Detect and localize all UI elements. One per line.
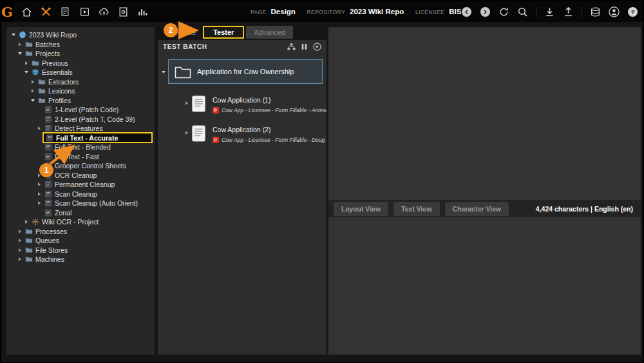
expand-arrow-icon[interactable] — [30, 99, 36, 102]
expand-arrow-icon[interactable] — [36, 192, 43, 196]
forward-icon[interactable] — [480, 6, 491, 17]
expand-arrow-icon[interactable] — [23, 220, 30, 224]
tree-node[interactable]: 1-Level (Patch Code) — [43, 105, 120, 114]
tree-node[interactable]: Wiki OCR - Project — [30, 217, 100, 226]
expand-arrow-icon[interactable] — [184, 131, 190, 135]
tree-node[interactable]: Zonal — [43, 208, 73, 217]
tree-item[interactable]: Full Text - Fast — [6, 152, 155, 162]
test-batch-folder-row[interactable]: Application for Cow Ownership — [160, 59, 323, 84]
tree-node[interactable]: Scan Cleanup (Auto Orient) — [43, 199, 140, 208]
test-batch-document[interactable]: Cow Application (2)Cow App - Licensee - … — [184, 124, 327, 143]
user-icon[interactable] — [609, 6, 620, 17]
tree-node[interactable]: 2-Level (Patch T, Code 39) — [43, 115, 137, 124]
layers-icon[interactable] — [590, 6, 601, 17]
tree-item[interactable]: Grooper Control Sheets — [6, 161, 155, 171]
expand-arrow-icon[interactable] — [36, 173, 43, 177]
tree-item[interactable]: Zonal — [6, 208, 155, 218]
tree-item[interactable]: Extractors — [6, 77, 155, 87]
stats-icon[interactable] — [137, 6, 148, 17]
view-button-layout-view[interactable]: Layout View — [334, 202, 388, 216]
refresh-icon[interactable] — [498, 6, 509, 17]
tree-item[interactable]: Lexicons — [6, 86, 155, 96]
expand-arrow-icon[interactable] — [23, 71, 30, 74]
tree-node[interactable]: 2023 Wiki Repo — [17, 30, 79, 39]
expand-arrow-icon[interactable] — [184, 101, 190, 105]
tree-node[interactable]: File Stores — [23, 246, 70, 255]
tree-node[interactable]: Lexicons — [36, 86, 77, 95]
expand-arrow-icon[interactable] — [160, 71, 167, 74]
tree-node[interactable]: Essentials — [30, 68, 75, 77]
back-icon[interactable] — [461, 6, 472, 17]
selected-folder-node[interactable]: Application for Cow Ownership — [168, 59, 323, 84]
tree-item[interactable]: Full Text - Blended — [6, 142, 155, 152]
batches-icon[interactable] — [60, 6, 71, 17]
tree-node[interactable]: Grooper Control Sheets — [43, 161, 128, 170]
expand-arrow-icon[interactable] — [17, 43, 23, 46]
expand-arrow-icon[interactable] — [17, 52, 23, 55]
download-icon[interactable] — [544, 6, 555, 17]
tree-node[interactable]: Previous — [30, 59, 70, 68]
expand-arrow-icon[interactable] — [30, 89, 36, 93]
tree-item[interactable]: Projects — [6, 49, 155, 59]
page-value[interactable]: Design — [271, 8, 296, 15]
tree-node[interactable]: Permanent Cleanup — [43, 180, 117, 189]
test-batch-document[interactable]: Cow Application (1)Cow App - Licensee - … — [184, 94, 327, 113]
tree-item[interactable]: Profiles — [6, 96, 155, 106]
home-icon[interactable] — [21, 6, 32, 17]
tree-node[interactable]: OCR Cleanup — [43, 171, 99, 180]
tab-tester[interactable]: Tester — [203, 26, 244, 39]
tree-node[interactable]: Processes — [23, 227, 69, 236]
tab-profile[interactable]: Profile — [171, 26, 201, 39]
grooper-logo[interactable]: G — [1, 1, 13, 22]
tree-item[interactable]: Batches — [6, 40, 155, 50]
process-play-icon[interactable] — [79, 6, 90, 17]
tree-node[interactable]: Extractors — [36, 77, 80, 86]
expand-arrow-icon[interactable] — [36, 201, 43, 205]
tree-item[interactable]: Machines — [6, 255, 155, 264]
selected-tree-node[interactable]: Full Text - Accurate — [43, 132, 153, 143]
run-icon[interactable] — [313, 43, 321, 51]
tree-item[interactable]: Wiki OCR - Project — [6, 217, 155, 227]
help-icon[interactable]: ? — [627, 6, 638, 17]
view-button-text-view[interactable]: Text View — [393, 202, 439, 216]
tree-item[interactable]: Scan Cleanup (Auto Orient) — [6, 199, 155, 208]
hierarchy-icon[interactable] — [287, 43, 296, 51]
search-icon[interactable] — [517, 6, 528, 17]
tree-item[interactable]: Essentials — [6, 68, 155, 77]
document-settings-icon[interactable] — [118, 6, 129, 17]
tree-item[interactable]: OCR Cleanup — [6, 171, 155, 181]
expand-arrow-icon[interactable] — [17, 257, 23, 261]
tree-item[interactable]: 1-Level (Patch Code) — [6, 105, 155, 115]
upload-icon[interactable] — [563, 6, 574, 17]
tree-node[interactable]: Scan Cleanup — [43, 190, 99, 199]
repository-value[interactable]: 2023 Wiki Repo — [350, 8, 404, 15]
tree-node[interactable]: Detect Features — [43, 124, 105, 133]
expand-arrow-icon[interactable] — [30, 80, 36, 84]
tree-item[interactable]: 2023 Wiki Repo — [6, 30, 155, 40]
tab-advanced[interactable]: Advanced — [246, 26, 293, 39]
tree-node[interactable]: Queues — [23, 236, 61, 245]
expand-arrow-icon[interactable] — [17, 239, 23, 242]
expand-arrow-icon[interactable] — [17, 248, 23, 252]
tree-item[interactable]: Permanent Cleanup — [6, 180, 155, 190]
tree-item[interactable]: Previous — [6, 59, 155, 68]
expand-arrow-icon[interactable] — [36, 126, 43, 130]
expand-arrow-icon[interactable] — [36, 182, 43, 186]
tree-node[interactable]: Full Text - Fast — [43, 152, 101, 161]
pause-icon[interactable] — [300, 43, 308, 51]
tree-item[interactable]: Scan Cleanup — [6, 190, 155, 199]
tree-node[interactable]: Profiles — [36, 96, 73, 105]
view-button-character-view[interactable]: Character View — [445, 202, 509, 216]
tree-item[interactable]: Queues — [6, 236, 155, 246]
tree-node[interactable]: Batches — [23, 40, 62, 49]
tree-node[interactable]: Machines — [23, 255, 66, 264]
cloud-upload-icon[interactable] — [99, 6, 109, 17]
tree-item[interactable]: Processes — [6, 227, 155, 237]
tree-item[interactable]: 2-Level (Patch T, Code 39) — [6, 115, 155, 124]
expand-arrow-icon[interactable] — [23, 61, 30, 65]
tree-node[interactable]: Projects — [23, 49, 62, 58]
tree-item[interactable]: File Stores — [6, 246, 155, 255]
tree-node[interactable]: Full Text - Blended — [43, 142, 113, 152]
tree-item[interactable]: Full Text - Accurate — [6, 133, 155, 143]
expand-arrow-icon[interactable] — [17, 230, 23, 233]
